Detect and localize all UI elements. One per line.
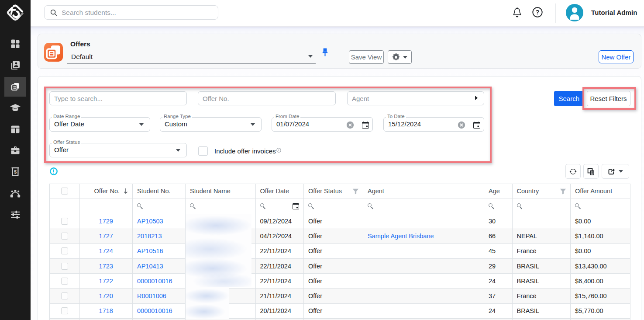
svg-text:?: ? [536, 9, 540, 16]
svg-text:$: $ [14, 169, 17, 174]
